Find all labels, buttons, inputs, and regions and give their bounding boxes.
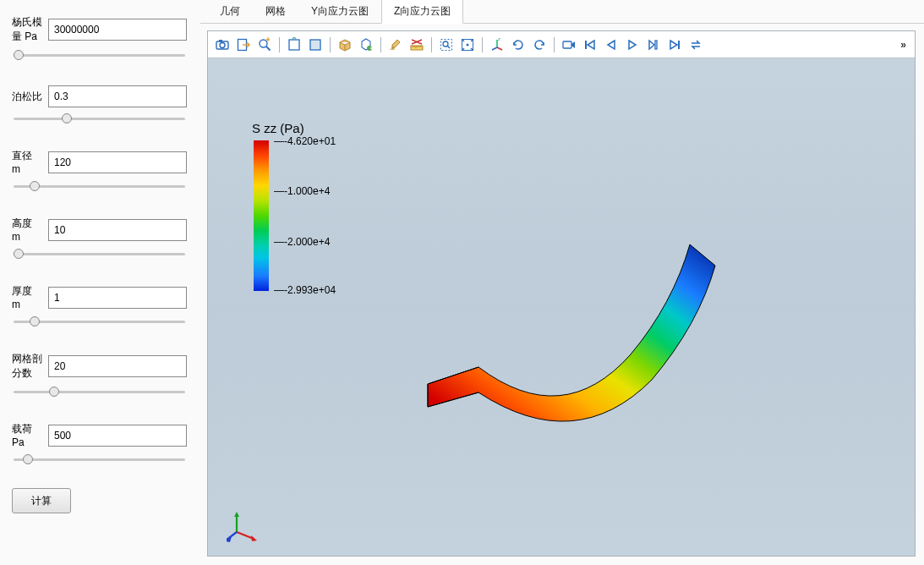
deselect-icon[interactable]	[306, 36, 325, 54]
param-row-thickness: 厚度 m	[12, 284, 187, 310]
export-icon[interactable]	[234, 36, 253, 54]
svg-text:z: z	[498, 37, 500, 41]
box-view-icon[interactable]	[336, 36, 354, 54]
last-frame-icon[interactable]	[665, 36, 684, 54]
param-row-youngs-modulus: 杨氏模量 Pa	[12, 15, 187, 44]
mesh-slider[interactable]	[14, 386, 185, 398]
height-input[interactable]	[48, 219, 187, 241]
stress-contour-model	[419, 219, 724, 439]
svg-line-18	[497, 47, 502, 50]
viewport-3d[interactable]: z » S zz (Pa) -4.	[207, 30, 916, 557]
load-input[interactable]	[48, 425, 187, 447]
svg-rect-23	[655, 41, 657, 49]
param-row-load: 载荷 Pa	[12, 422, 187, 448]
svg-rect-24	[678, 41, 680, 49]
param-row-poisson: 泊松比	[12, 85, 187, 107]
thickness-slider[interactable]	[14, 315, 185, 327]
param-label: 载荷 Pa	[12, 422, 43, 448]
tab-mesh[interactable]: 网格	[253, 0, 298, 24]
prev-frame-icon[interactable]	[602, 36, 621, 54]
svg-line-5	[266, 47, 271, 51]
color-legend: S zz (Pa) -4.620e+01 -1.000e+4 -2.000e+4…	[254, 121, 350, 291]
clean-icon[interactable]	[386, 36, 405, 54]
youngs-modulus-slider[interactable]	[14, 49, 185, 61]
record-icon[interactable]	[560, 36, 578, 54]
param-label: 高度 m	[12, 217, 43, 243]
legend-tick: -4.620e+01	[274, 135, 336, 147]
svg-point-16	[467, 43, 469, 46]
rotate-ccw-icon[interactable]	[509, 36, 528, 54]
param-label: 网格剖分数	[12, 352, 43, 381]
param-row-diameter: 直径 m	[12, 149, 187, 175]
param-row-height: 高度 m	[12, 217, 187, 243]
svg-line-14	[447, 46, 450, 48]
toolbar-overflow-icon[interactable]: »	[897, 39, 910, 51]
svg-line-19	[492, 47, 497, 50]
param-label: 厚度 m	[12, 284, 43, 310]
select-rect-icon[interactable]	[285, 36, 303, 54]
svg-point-13	[443, 41, 448, 47]
poisson-input[interactable]	[48, 85, 187, 107]
axes-xyz-icon[interactable]: z	[488, 36, 506, 54]
param-label: 杨氏模量 Pa	[12, 15, 43, 44]
rotate-cw-icon[interactable]	[530, 36, 549, 54]
mesh-input[interactable]	[48, 355, 187, 377]
colorbar	[254, 140, 269, 291]
height-slider[interactable]	[14, 248, 185, 260]
legend-title: S zz (Pa)	[252, 121, 350, 135]
svg-rect-12	[441, 39, 452, 50]
tab-stress-z[interactable]: Z向应力云图	[381, 0, 463, 24]
tab-stress-y[interactable]: Y向应力云图	[298, 0, 381, 24]
svg-marker-28	[251, 535, 257, 541]
play-icon[interactable]	[623, 36, 642, 54]
svg-rect-6	[289, 40, 299, 50]
youngs-modulus-input[interactable]	[48, 19, 187, 41]
svg-rect-7	[310, 40, 320, 50]
tab-geometry[interactable]: 几何	[207, 0, 253, 24]
camera-icon[interactable]	[213, 36, 232, 54]
param-row-mesh: 网格剖分数	[12, 352, 187, 381]
thickness-input[interactable]	[48, 287, 187, 309]
param-label: 直径 m	[12, 149, 43, 175]
render-canvas[interactable]: S zz (Pa) -4.620e+01 -1.000e+4 -2.000e+4…	[208, 58, 915, 556]
diameter-slider[interactable]	[14, 180, 185, 192]
svg-point-4	[260, 40, 267, 47]
legend-tick: -2.993e+04	[274, 284, 336, 296]
zoom-auto-icon[interactable]	[255, 36, 274, 54]
legend-labels: -4.620e+01 -1.000e+4 -2.000e+4 -2.993e+0…	[274, 140, 350, 291]
calculate-button[interactable]: 计算	[12, 488, 71, 513]
legend-tick: -2.000e+4	[274, 236, 330, 248]
diameter-input[interactable]	[48, 151, 187, 173]
svg-marker-26	[234, 512, 239, 517]
loop-icon[interactable]	[686, 36, 705, 54]
orientation-triad-icon	[227, 510, 259, 542]
svg-rect-21	[563, 41, 571, 48]
poisson-slider[interactable]	[14, 112, 185, 124]
zoom-window-icon[interactable]	[437, 36, 456, 54]
sidebar: 杨氏模量 Pa 泊松比 直径 m 高度 m 厚度 m 网格剖分数 载荷 Pa 计…	[0, 0, 200, 565]
first-frame-icon[interactable]	[581, 36, 599, 54]
svg-line-29	[227, 532, 237, 540]
viewer-toolbar: z »	[208, 31, 915, 58]
main-panel: 几何 网格 Y向应力云图 Z向应力云图	[200, 0, 924, 565]
tab-bar: 几何 网格 Y向应力云图 Z向应力云图	[200, 0, 924, 24]
param-label: 泊松比	[12, 90, 43, 104]
load-slider[interactable]	[14, 453, 185, 465]
ruler-icon[interactable]	[407, 36, 426, 54]
svg-rect-2	[219, 40, 222, 42]
fit-all-icon[interactable]	[458, 36, 477, 54]
svg-point-1	[220, 42, 225, 47]
visibility-icon[interactable]	[357, 36, 375, 54]
legend-tick: -1.000e+4	[274, 185, 330, 197]
next-step-icon[interactable]	[644, 36, 663, 54]
